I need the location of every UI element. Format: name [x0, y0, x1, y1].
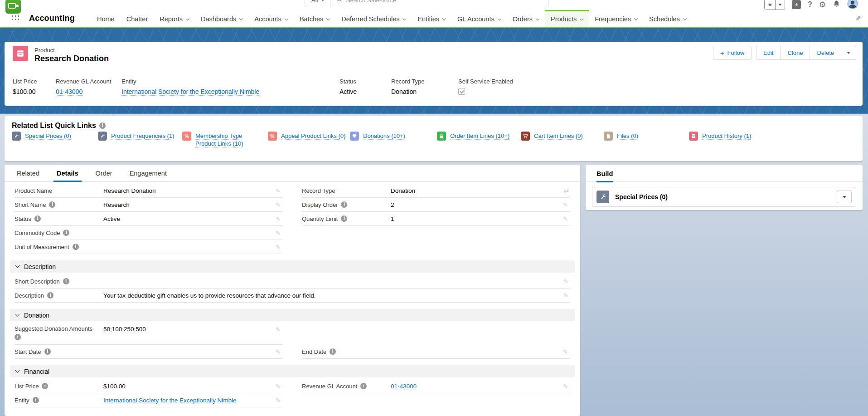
info-icon[interactable]: i [15, 334, 21, 340]
field-revenue-gl-account: Revenue GL Accounti 01-43000 ✎ [302, 379, 570, 393]
info-icon[interactable]: i [47, 292, 53, 299]
details-top-fields: Product Name Research Donation ✎ Short N… [5, 182, 580, 254]
nav-tab-entities[interactable]: Entities [412, 10, 451, 27]
chevron-down-icon [497, 16, 501, 20]
favorites-menu-caret[interactable] [775, 0, 785, 10]
section-description[interactable]: Description [10, 260, 575, 273]
info-icon[interactable]: i [34, 215, 41, 222]
nav-tab-batches[interactable]: Batches [294, 10, 335, 27]
app-brand-icon[interactable] [5, 0, 21, 14]
entity-link[interactable]: International Society for the Exceptiona… [121, 88, 259, 95]
edit-pencil-icon[interactable]: ✎ [563, 201, 568, 208]
info-icon[interactable]: i [33, 397, 39, 403]
help-icon[interactable]: ? [808, 0, 812, 9]
chevron-down-icon [634, 16, 638, 20]
quick-link-membership-type-product-links[interactable]: % Membership Type Product Links (10) [182, 132, 249, 147]
favorites-button[interactable]: ★ [764, 0, 785, 10]
field-short-description: Short Descriptioni ✎ [15, 274, 570, 289]
global-actions-icon[interactable]: + [792, 0, 801, 9]
clone-button[interactable]: Clone [780, 46, 810, 60]
info-icon[interactable]: i [42, 383, 48, 389]
quick-link-cart-item-lines[interactable]: Cart Item Lines (0) [521, 132, 583, 141]
info-icon[interactable]: i [330, 348, 336, 355]
highlight-revenue-gl-account: Revenue GL Account 01-43000 [56, 78, 121, 95]
edit-pencil-icon[interactable]: ✎ [276, 326, 281, 333]
quick-link-donations[interactable]: Donations (10+) [350, 132, 405, 141]
info-icon[interactable]: i [49, 201, 55, 208]
chevron-down-icon [321, 0, 325, 1]
quick-link-order-item-lines[interactable]: Order Item Lines (10+) [437, 132, 509, 141]
edit-pencil-icon[interactable]: ✎ [276, 244, 281, 250]
edit-pencil-icon[interactable]: ✎ [276, 201, 281, 208]
nav-tabs: Home Chatter Reports Dashboards Accounts… [91, 10, 692, 27]
entity-link[interactable]: International Society for the Exceptiona… [103, 397, 236, 404]
gem-icon [350, 132, 359, 141]
follow-button[interactable]: +Follow [713, 46, 752, 60]
avatar[interactable] [847, 0, 858, 10]
edit-pencil-icon[interactable]: ✎ [276, 187, 281, 194]
revenue-gl-account-link[interactable]: 01-43000 [56, 88, 82, 95]
edit-pencil-icon[interactable]: ✎ [563, 215, 568, 222]
info-icon[interactable]: i [63, 230, 69, 236]
edit-pencil-icon[interactable]: ✎ [276, 215, 281, 222]
section-donation[interactable]: Donation [10, 309, 575, 321]
info-icon[interactable]: i [63, 278, 69, 284]
edit-button[interactable]: Edit [756, 46, 781, 60]
more-actions-button[interactable] [841, 46, 856, 60]
quick-link-product-frequencies[interactable]: Product Frequencies (1) [98, 132, 174, 141]
search-scope-selector[interactable]: All [305, 0, 330, 7]
edit-pencil-icon[interactable]: ✎ [276, 383, 281, 390]
nav-tab-gl-accounts[interactable]: GL Accounts [451, 10, 507, 27]
info-icon[interactable]: i [99, 122, 106, 129]
change-record-type-icon[interactable]: ⇄ [563, 187, 569, 194]
edit-pencil-icon[interactable]: ✎ [276, 230, 281, 236]
quick-link-product-history[interactable]: Product History (1) [689, 132, 751, 141]
delete-button[interactable]: Delete [810, 46, 841, 60]
chevron-down-icon [285, 16, 288, 20]
info-icon[interactable]: i [360, 383, 367, 389]
quick-link-special-prices[interactable]: Special Prices (0) [12, 132, 71, 141]
nav-tab-dashboards[interactable]: Dashboards [195, 10, 248, 27]
notifications-bell-icon[interactable] [833, 0, 840, 10]
edit-pencil-icon[interactable]: ✎ [563, 383, 568, 390]
personalize-nav-pencil-icon[interactable]: ✎ [854, 15, 862, 21]
tab-related[interactable]: Related [8, 165, 48, 181]
info-icon[interactable]: i [73, 244, 79, 250]
nav-tab-schedules[interactable]: Schedules [643, 10, 692, 27]
nav-tab-frequencies[interactable]: Frequencies [589, 10, 643, 27]
nav-tab-accounts[interactable]: Accounts [248, 10, 294, 27]
edit-pencil-icon[interactable]: ✎ [276, 397, 281, 404]
edit-pencil-icon[interactable]: ✎ [563, 278, 568, 285]
revenue-gl-account-link[interactable]: 01-43000 [391, 383, 417, 390]
nav-tab-home[interactable]: Home [91, 10, 121, 27]
tab-engagement[interactable]: Engagement [121, 165, 175, 181]
edit-pencil-icon[interactable]: ✎ [563, 292, 568, 299]
record-action-group: Edit Clone Delete [756, 46, 856, 60]
app-launcher-icon[interactable] [11, 15, 19, 22]
percent-icon: % [268, 132, 277, 141]
quick-link-files[interactable]: Files (0) [604, 132, 638, 141]
nav-tab-orders[interactable]: Orders [507, 10, 545, 27]
search-input[interactable] [346, 0, 548, 4]
info-icon[interactable]: i [44, 348, 51, 355]
tab-details[interactable]: Details [48, 165, 87, 181]
quick-link-appeal-product-links[interactable]: % Appeal Product Links (0) [268, 132, 345, 141]
section-financial[interactable]: Financial [10, 365, 575, 377]
tab-build[interactable]: Build [596, 170, 613, 182]
edit-pencil-icon[interactable]: ✎ [563, 348, 568, 355]
nav-tab-deferred-schedules[interactable]: Deferred Schedules [335, 10, 412, 27]
info-icon[interactable]: i [341, 215, 347, 222]
special-prices-menu-button[interactable] [837, 191, 852, 203]
field-list-price: List Pricei $100.00 ✎ [15, 379, 282, 393]
setup-gear-icon[interactable]: ⚙ [819, 0, 826, 10]
special-prices-related-list[interactable]: Special Prices (0) [592, 187, 856, 207]
nav-tab-reports[interactable]: Reports [154, 10, 195, 27]
wrench-icon [98, 132, 107, 141]
nav-tab-chatter[interactable]: Chatter [121, 10, 154, 27]
star-icon[interactable]: ★ [765, 0, 775, 10]
info-icon[interactable]: i [341, 201, 347, 208]
nav-tab-products[interactable]: Products [545, 10, 589, 27]
record-detail-card: Related Details Order Engagement Product… [5, 165, 580, 416]
edit-pencil-icon[interactable]: ✎ [276, 348, 281, 355]
tab-order[interactable]: Order [87, 165, 121, 181]
